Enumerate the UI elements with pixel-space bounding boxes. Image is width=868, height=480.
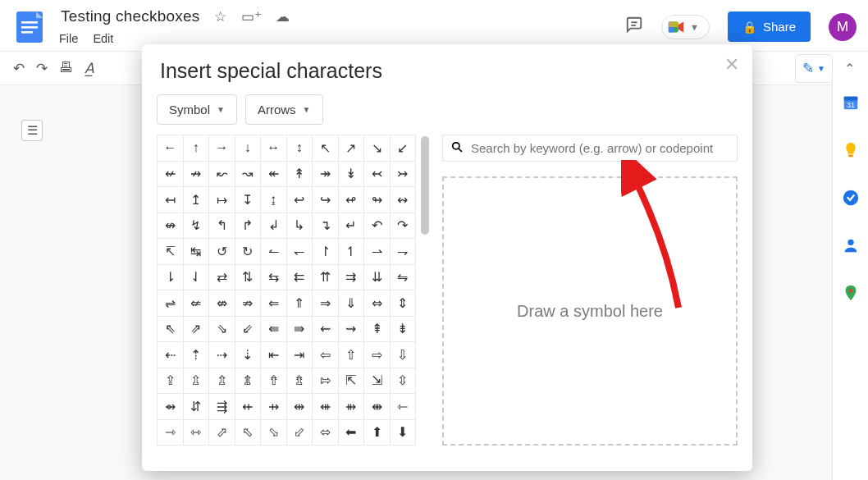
character-cell[interactable]: ↾ bbox=[313, 239, 339, 265]
contacts-icon[interactable] bbox=[842, 236, 860, 254]
character-cell[interactable]: ↰ bbox=[209, 213, 235, 239]
character-cell[interactable]: ⬅ bbox=[338, 419, 364, 446]
character-cell[interactable]: ↧ bbox=[235, 187, 261, 213]
character-cell[interactable]: ↴ bbox=[313, 213, 339, 239]
print-icon[interactable]: 🖶 bbox=[59, 60, 73, 76]
character-cell[interactable]: ⇌ bbox=[158, 290, 184, 317]
character-cell[interactable]: ⇽ bbox=[390, 394, 416, 420]
close-icon[interactable]: ✕ bbox=[724, 54, 739, 75]
character-cell[interactable]: ⇠ bbox=[158, 342, 184, 368]
character-cell[interactable]: ⇬ bbox=[209, 368, 235, 394]
character-cell[interactable]: ⇊ bbox=[364, 264, 391, 290]
character-cell[interactable]: ⇣ bbox=[235, 342, 261, 368]
character-cell[interactable]: ↡ bbox=[338, 161, 364, 187]
character-cell[interactable]: ⇈ bbox=[313, 264, 339, 290]
character-cell[interactable]: ⇄ bbox=[209, 264, 235, 290]
character-cell[interactable]: ⇘ bbox=[209, 316, 235, 342]
character-cell[interactable]: ↥ bbox=[183, 187, 209, 213]
menu-file[interactable]: File bbox=[57, 30, 80, 48]
character-cell[interactable]: ⇂ bbox=[158, 264, 184, 290]
character-cell[interactable]: ↛ bbox=[183, 161, 209, 187]
scrollbar[interactable] bbox=[421, 136, 429, 235]
character-cell[interactable]: ↖ bbox=[313, 135, 339, 162]
character-cell[interactable]: ⇨ bbox=[364, 342, 391, 368]
character-cell[interactable]: ↙ bbox=[390, 135, 416, 162]
character-cell[interactable]: ↻ bbox=[235, 239, 261, 265]
character-cell[interactable]: ⬆ bbox=[364, 419, 391, 446]
character-cell[interactable]: ⇛ bbox=[286, 316, 313, 342]
format-clear-icon[interactable]: A̲ bbox=[85, 60, 94, 77]
character-cell[interactable]: ⇅ bbox=[235, 264, 261, 290]
character-cell[interactable]: ⇃ bbox=[183, 264, 209, 290]
character-cell[interactable]: ⇝ bbox=[338, 316, 364, 342]
subcategory-dropdown[interactable]: Arrows▼ bbox=[245, 94, 323, 125]
draw-area[interactable]: Draw a symbol here bbox=[442, 176, 738, 446]
character-cell[interactable]: ↔ bbox=[261, 135, 287, 162]
character-cell[interactable]: ↷ bbox=[390, 213, 416, 239]
character-cell[interactable]: ↸ bbox=[158, 239, 184, 265]
character-cell[interactable]: ↑ bbox=[183, 135, 209, 162]
character-cell[interactable]: ⇀ bbox=[364, 239, 391, 265]
character-cell[interactable]: ↘ bbox=[364, 135, 391, 162]
character-cell[interactable]: ⇺ bbox=[313, 394, 339, 420]
character-cell[interactable]: ⇗ bbox=[183, 316, 209, 342]
character-cell[interactable]: ⇇ bbox=[286, 264, 313, 290]
character-cell[interactable]: ↮ bbox=[158, 213, 184, 239]
redo-icon[interactable]: ↷ bbox=[36, 60, 48, 77]
document-outline-button[interactable]: ☰ bbox=[21, 120, 43, 141]
character-cell[interactable]: ⇜ bbox=[313, 316, 339, 342]
menu-edit[interactable]: Edit bbox=[91, 30, 115, 48]
character-cell[interactable]: ↱ bbox=[235, 213, 261, 239]
character-cell[interactable]: ↚ bbox=[158, 161, 184, 187]
character-cell[interactable]: ↦ bbox=[209, 187, 235, 213]
character-cell[interactable]: ↺ bbox=[209, 239, 235, 265]
character-cell[interactable]: ↼ bbox=[261, 239, 287, 265]
move-icon[interactable]: ▭⁺ bbox=[241, 8, 262, 25]
search-input[interactable] bbox=[469, 140, 729, 156]
character-cell[interactable]: ← bbox=[158, 135, 184, 162]
character-cell[interactable]: ↠ bbox=[313, 161, 339, 187]
character-cell[interactable]: ↿ bbox=[338, 239, 364, 265]
character-cell[interactable]: ↽ bbox=[286, 239, 313, 265]
character-cell[interactable]: ↜ bbox=[209, 161, 235, 187]
docs-logo[interactable] bbox=[11, 8, 48, 44]
editing-mode-button[interactable]: ✎ ▼ bbox=[795, 54, 833, 83]
character-cell[interactable]: ⬂ bbox=[261, 419, 287, 446]
avatar[interactable]: M bbox=[829, 13, 857, 41]
character-cell[interactable]: ⬃ bbox=[286, 419, 313, 446]
character-cell[interactable]: → bbox=[209, 135, 235, 162]
character-cell[interactable]: ↳ bbox=[286, 213, 313, 239]
character-cell[interactable]: ⇲ bbox=[364, 368, 391, 394]
character-cell[interactable]: ⇒ bbox=[313, 290, 339, 317]
character-cell[interactable]: ⇭ bbox=[235, 368, 261, 394]
character-cell[interactable]: ⇍ bbox=[183, 290, 209, 317]
search-box[interactable] bbox=[442, 135, 738, 162]
character-cell[interactable]: ↹ bbox=[183, 239, 209, 265]
character-cell[interactable]: ↶ bbox=[364, 213, 391, 239]
star-icon[interactable]: ☆ bbox=[214, 8, 226, 25]
keep-icon[interactable] bbox=[842, 141, 860, 159]
character-cell[interactable]: ⇐ bbox=[261, 290, 287, 317]
category-dropdown[interactable]: Symbol▼ bbox=[157, 94, 237, 125]
character-cell[interactable]: ⇧ bbox=[338, 342, 364, 368]
character-cell[interactable]: ↨ bbox=[261, 187, 287, 213]
character-cell[interactable]: ⇸ bbox=[261, 394, 287, 420]
tasks-icon[interactable] bbox=[842, 189, 860, 207]
character-cell[interactable]: ↕ bbox=[286, 135, 313, 162]
character-cell[interactable]: ↓ bbox=[235, 135, 261, 162]
character-cell[interactable]: ⇿ bbox=[183, 419, 209, 446]
character-cell[interactable]: ⇳ bbox=[390, 368, 416, 394]
character-cell[interactable]: ⇟ bbox=[390, 316, 416, 342]
character-cell[interactable]: ↣ bbox=[390, 161, 416, 187]
character-cell[interactable]: ⇤ bbox=[261, 342, 287, 368]
doc-title[interactable]: Testing checkboxes bbox=[57, 7, 203, 26]
character-cell[interactable]: ⇖ bbox=[158, 316, 184, 342]
character-cell[interactable]: ↫ bbox=[338, 187, 364, 213]
character-cell[interactable]: ⇎ bbox=[209, 290, 235, 317]
character-cell[interactable]: ↝ bbox=[235, 161, 261, 187]
character-cell[interactable]: ⇫ bbox=[183, 368, 209, 394]
character-cell[interactable]: ⇋ bbox=[390, 264, 416, 290]
character-cell[interactable]: ⇯ bbox=[286, 368, 313, 394]
calendar-icon[interactable]: 31 bbox=[842, 94, 860, 112]
share-button[interactable]: 🔒 Share bbox=[728, 11, 811, 42]
